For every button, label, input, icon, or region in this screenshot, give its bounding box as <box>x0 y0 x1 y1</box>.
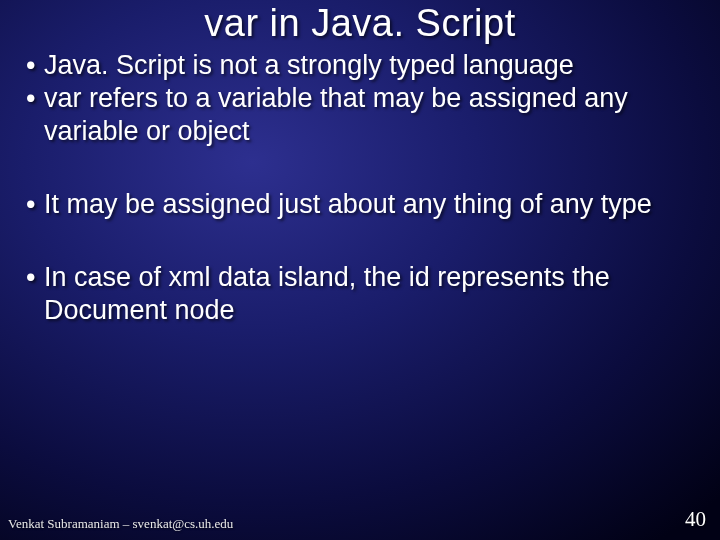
bullet-item: • It may be assigned just about any thin… <box>26 188 694 221</box>
slide: var in Java. Script • Java. Script is no… <box>0 0 720 540</box>
bullet-dot-icon: • <box>26 188 44 221</box>
page-number: 40 <box>685 507 706 532</box>
bullet-dot-icon: • <box>26 49 44 82</box>
spacer <box>26 148 694 188</box>
bullet-text: It may be assigned just about any thing … <box>44 188 694 221</box>
bullet-text: In case of xml data island, the id repre… <box>44 261 694 327</box>
footer-author: Venkat Subramaniam – svenkat@cs.uh.edu <box>8 516 233 532</box>
bullet-dot-icon: • <box>26 261 44 327</box>
slide-content: • Java. Script is not a strongly typed l… <box>0 45 720 327</box>
bullet-text: var refers to a variable that may be ass… <box>44 82 694 148</box>
bullet-item: • Java. Script is not a strongly typed l… <box>26 49 694 82</box>
spacer <box>26 221 694 261</box>
bullet-text: Java. Script is not a strongly typed lan… <box>44 49 694 82</box>
bullet-dot-icon: • <box>26 82 44 148</box>
bullet-item: • var refers to a variable that may be a… <box>26 82 694 148</box>
bullet-item: • In case of xml data island, the id rep… <box>26 261 694 327</box>
slide-title: var in Java. Script <box>0 0 720 45</box>
